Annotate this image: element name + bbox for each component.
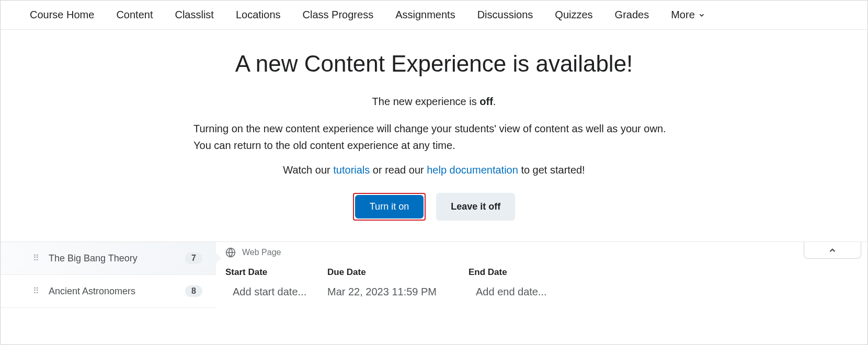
links-prefix: Watch our bbox=[283, 164, 333, 176]
banner-links: Watch our tutorials or read our help doc… bbox=[147, 164, 721, 176]
status-prefix: The new experience is bbox=[372, 96, 480, 107]
topic-type: Web Page bbox=[225, 247, 858, 258]
nav-assignments[interactable]: Assignments bbox=[395, 9, 455, 21]
turn-it-on-button[interactable]: Turn it on bbox=[355, 195, 424, 218]
nav-locations[interactable]: Locations bbox=[236, 9, 281, 21]
nav-more[interactable]: More bbox=[671, 9, 705, 21]
tutorials-link[interactable]: tutorials bbox=[333, 164, 370, 176]
chevron-up-icon bbox=[828, 246, 837, 255]
banner-body: Turning on the new content experience wi… bbox=[193, 120, 675, 154]
leave-it-off-button[interactable]: Leave it off bbox=[436, 193, 515, 221]
dates-row: Add start date... Mar 22, 2023 11:59 PM … bbox=[225, 286, 858, 298]
sidebar-item-label: Ancient Astronomers bbox=[49, 286, 185, 297]
links-mid: or read our bbox=[370, 164, 427, 176]
banner-title: A new Content Experience is available! bbox=[147, 51, 721, 77]
sidebar-item-label: The Big Bang Theory bbox=[49, 253, 185, 264]
content-main: Web Page Start Date Due Date End Date Ad… bbox=[216, 242, 867, 345]
nav-discussions[interactable]: Discussions bbox=[477, 9, 533, 21]
nav-classlist[interactable]: Classlist bbox=[175, 9, 213, 21]
drag-handle-icon[interactable]: ⠿ bbox=[33, 289, 40, 294]
banner-buttons: Turn it on Leave it off bbox=[147, 193, 721, 221]
count-badge: 8 bbox=[185, 285, 202, 297]
collapse-button[interactable] bbox=[804, 242, 861, 259]
topic-type-label: Web Page bbox=[242, 248, 281, 257]
nav-grades[interactable]: Grades bbox=[615, 9, 649, 21]
turn-it-on-highlight: Turn it on bbox=[353, 193, 426, 221]
content-sidebar: ⠿ The Big Bang Theory 7 ⠿ Ancient Astron… bbox=[1, 242, 216, 345]
start-date-value[interactable]: Add start date... bbox=[225, 286, 327, 298]
end-date-value[interactable]: Add end date... bbox=[469, 286, 599, 298]
drag-handle-icon[interactable]: ⠿ bbox=[33, 256, 40, 261]
sidebar-item-big-bang-theory[interactable]: ⠿ The Big Bang Theory 7 bbox=[1, 242, 216, 275]
nav-content[interactable]: Content bbox=[116, 9, 153, 21]
status-value: off bbox=[479, 96, 493, 107]
sidebar-item-ancient-astronomers[interactable]: ⠿ Ancient Astronomers 8 bbox=[1, 275, 216, 308]
end-date-header: End Date bbox=[469, 267, 599, 278]
banner-status: The new experience is off. bbox=[147, 96, 721, 108]
nav-course-home[interactable]: Course Home bbox=[30, 9, 94, 21]
new-content-experience-banner: A new Content Experience is available! T… bbox=[1, 30, 867, 242]
nav-class-progress[interactable]: Class Progress bbox=[303, 9, 374, 21]
content-area: ⠿ The Big Bang Theory 7 ⠿ Ancient Astron… bbox=[1, 242, 867, 345]
chevron-down-icon bbox=[698, 12, 705, 19]
dates-header: Start Date Due Date End Date bbox=[225, 267, 858, 278]
globe-icon bbox=[225, 247, 236, 258]
nav-quizzes[interactable]: Quizzes bbox=[555, 9, 592, 21]
due-date-value[interactable]: Mar 22, 2023 11:59 PM bbox=[327, 286, 469, 298]
course-navbar: Course Home Content Classlist Locations … bbox=[1, 1, 867, 30]
nav-more-label: More bbox=[671, 9, 695, 21]
count-badge: 7 bbox=[185, 252, 202, 264]
help-documentation-link[interactable]: help documentation bbox=[427, 164, 518, 176]
status-suffix: . bbox=[493, 96, 496, 107]
due-date-header: Due Date bbox=[327, 267, 469, 278]
start-date-header: Start Date bbox=[225, 267, 327, 278]
links-suffix: to get started! bbox=[518, 164, 585, 176]
